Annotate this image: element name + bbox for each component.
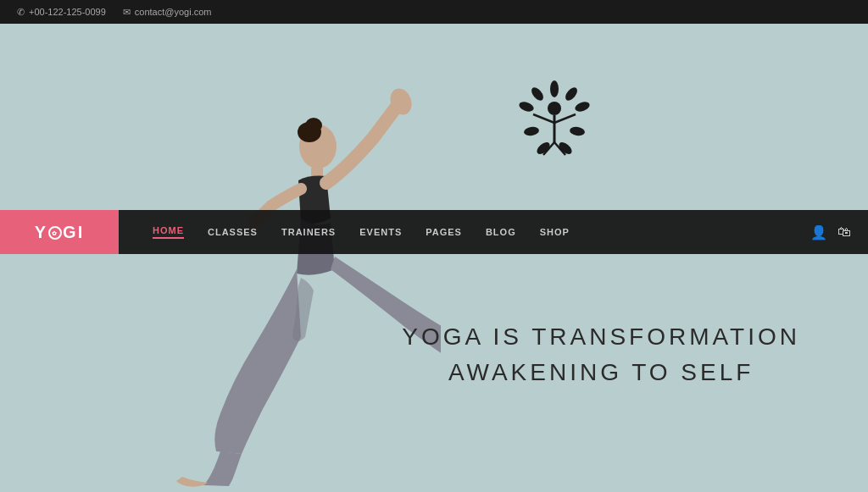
nav-classes[interactable]: CLASSES <box>208 227 258 237</box>
svg-point-15 <box>563 86 579 102</box>
logo-symbol <box>504 75 605 185</box>
svg-point-17 <box>523 126 539 137</box>
svg-point-13 <box>529 86 545 102</box>
email-icon: ✉ <box>123 7 131 18</box>
svg-point-16 <box>574 100 591 113</box>
navbar: Y✿GI HOME CLASSES TRAINERS EVENTS PAGES … <box>0 210 868 254</box>
brand-logo[interactable]: Y✿GI <box>0 210 119 254</box>
nav-links: HOME CLASSES TRAINERS EVENTS PAGES BLOG … <box>119 225 810 239</box>
svg-point-14 <box>518 100 535 113</box>
phone-number: +00-122-125-0099 <box>29 7 106 17</box>
nav-pages[interactable]: PAGES <box>426 227 462 237</box>
nav-blog[interactable]: BLOG <box>486 227 516 237</box>
top-bar: ✆ +00-122-125-0099 ✉ contact@yogi.com <box>0 0 868 24</box>
svg-point-18 <box>569 126 585 137</box>
nav-events[interactable]: EVENTS <box>359 227 402 237</box>
nav-shop[interactable]: SHOP <box>540 227 570 237</box>
brand-text: Y✿GI <box>35 223 84 242</box>
phone-icon: ✆ <box>17 7 25 18</box>
hero-section: Y✿GI HOME CLASSES TRAINERS EVENTS PAGES … <box>0 24 868 492</box>
svg-point-12 <box>550 80 559 97</box>
svg-point-2 <box>305 118 322 133</box>
hero-headline: YOGA IS TRANSFORMATION AWAKENING TO SELF <box>402 319 800 390</box>
nav-trainers[interactable]: TRAINERS <box>281 227 336 237</box>
phone-info: ✆ +00-122-125-0099 <box>17 7 106 18</box>
svg-point-6 <box>548 102 561 115</box>
user-icon[interactable]: 👤 <box>810 224 827 240</box>
svg-line-8 <box>533 114 554 123</box>
cart-icon[interactable]: 🛍 <box>837 224 851 240</box>
nav-home[interactable]: HOME <box>153 225 184 239</box>
svg-line-9 <box>554 114 576 123</box>
email-info: ✉ contact@yogi.com <box>123 7 212 18</box>
yoga-figure <box>85 49 441 489</box>
email-address: contact@yogi.com <box>135 7 212 17</box>
hero-text: YOGA IS TRANSFORMATION AWAKENING TO SELF <box>402 319 800 390</box>
nav-icons: 👤 🛍 <box>810 224 868 240</box>
